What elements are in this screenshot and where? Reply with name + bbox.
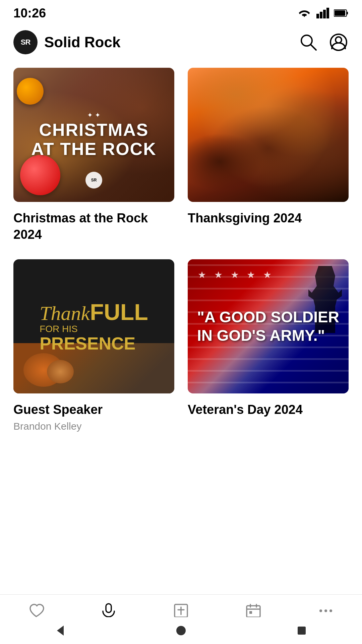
veterans-series-title: "A GOOD SOLDIERIN GOD'S ARMY." — [197, 308, 339, 345]
flag-stars: ★ ★ ★ ★ ★ — [198, 269, 274, 280]
profile-icon — [329, 33, 348, 51]
card-image-veterans: ★ ★ ★ ★ ★ "A GOOD SOLDIERIN GOD'S ARMY." — [188, 259, 349, 393]
thankfull-card-title: Guest Speaker — [13, 401, 174, 418]
card-thanksgiving[interactable]: Thanksgiving 2024 — [188, 68, 349, 246]
heart-icon — [28, 602, 45, 619]
svg-point-22 — [319, 609, 322, 612]
svg-rect-3 — [326, 8, 329, 18]
home-icon — [174, 624, 188, 637]
recent-button[interactable] — [292, 621, 312, 641]
svg-point-26 — [176, 626, 186, 635]
system-nav-bar — [0, 617, 362, 644]
card-christmas[interactable]: ✦ ✦ CHRISTMASAT THE ROCK SR Christmas at… — [13, 68, 174, 246]
thanksgiving-bg — [188, 68, 349, 202]
svg-point-23 — [324, 609, 327, 612]
christmas-stars: ✦ ✦ — [31, 111, 156, 119]
christmas-overlay-text: ✦ ✦ CHRISTMASAT THE ROCK — [31, 111, 156, 159]
book-cross-icon — [173, 602, 189, 619]
presence-text: PRESENCE — [40, 335, 148, 352]
header: SR Solid Rock — [0, 23, 362, 61]
ornament-gold — [17, 78, 44, 105]
veterans-card-title: Veteran's Day 2024 — [188, 401, 349, 418]
app-title: Solid Rock — [44, 34, 120, 51]
svg-line-8 — [311, 45, 316, 50]
thankfull-bg: Thank FULL FOR HIS PRESENCE — [13, 259, 174, 393]
thank-text: Thank — [40, 303, 90, 323]
full-text: FULL — [90, 301, 148, 323]
svg-rect-1 — [320, 12, 322, 18]
card-veterans[interactable]: ★ ★ ★ ★ ★ "A GOOD SOLDIERIN GOD'S ARMY."… — [188, 259, 349, 432]
thankfull-card-subtitle: Brandon Kelley — [13, 421, 174, 432]
microphone-icon — [100, 602, 117, 619]
veterans-overlay-text: "A GOOD SOLDIERIN GOD'S ARMY." — [190, 301, 346, 352]
svg-rect-11 — [106, 604, 111, 612]
status-time: 10:26 — [13, 6, 46, 20]
svg-rect-0 — [316, 14, 319, 18]
veterans-bg: ★ ★ ★ ★ ★ "A GOOD SOLDIERIN GOD'S ARMY." — [188, 259, 349, 393]
card-image-christmas: ✦ ✦ CHRISTMASAT THE ROCK SR — [13, 68, 174, 202]
header-left: SR Solid Rock — [13, 30, 120, 54]
card-image-thankfull: Thank FULL FOR HIS PRESENCE — [13, 259, 174, 393]
profile-button[interactable] — [328, 32, 349, 52]
ornament-red — [20, 155, 60, 195]
dots-icon — [317, 602, 334, 619]
cloud-layer — [188, 68, 349, 202]
pumpkin-2 — [47, 360, 74, 383]
status-bar: 10:26 — [0, 0, 362, 23]
christmas-card-title: Christmas at the Rock 2024 — [13, 210, 174, 243]
card-image-thanksgiving — [188, 68, 349, 202]
svg-rect-27 — [298, 627, 306, 635]
svg-rect-2 — [323, 10, 326, 18]
recent-icon — [295, 624, 308, 637]
search-icon — [299, 33, 317, 51]
svg-point-10 — [336, 37, 342, 43]
wifi-icon — [297, 8, 312, 18]
home-button[interactable] — [171, 621, 191, 641]
christmas-logo-small: SR — [85, 172, 102, 189]
back-button[interactable] — [50, 621, 70, 641]
back-icon — [54, 624, 67, 637]
svg-point-24 — [329, 609, 332, 612]
battery-icon — [334, 9, 349, 17]
svg-rect-5 — [347, 12, 348, 14]
svg-rect-17 — [247, 606, 260, 617]
signal-icon — [316, 8, 329, 18]
svg-marker-25 — [57, 626, 64, 636]
christmas-bg: ✦ ✦ CHRISTMASAT THE ROCK SR — [13, 68, 174, 202]
search-button[interactable] — [298, 32, 318, 52]
thankfull-overlay-text: Thank FULL FOR HIS PRESENCE — [29, 294, 158, 359]
svg-rect-6 — [335, 10, 345, 16]
thanksgiving-card-title: Thanksgiving 2024 — [188, 210, 349, 226]
content-grid: ✦ ✦ CHRISTMASAT THE ROCK SR Christmas at… — [0, 61, 362, 439]
christmas-series-title: CHRISTMASAT THE ROCK — [31, 120, 156, 159]
calendar-icon — [245, 602, 262, 619]
header-right — [298, 32, 349, 52]
series-grid: ✦ ✦ CHRISTMASAT THE ROCK SR Christmas at… — [13, 68, 349, 432]
app-logo[interactable]: SR — [13, 30, 38, 54]
card-thankfull[interactable]: Thank FULL FOR HIS PRESENCE Guest Speake… — [13, 259, 174, 432]
status-icons — [297, 8, 349, 18]
for-his-text: FOR HIS — [40, 323, 148, 335]
svg-rect-21 — [249, 611, 252, 614]
